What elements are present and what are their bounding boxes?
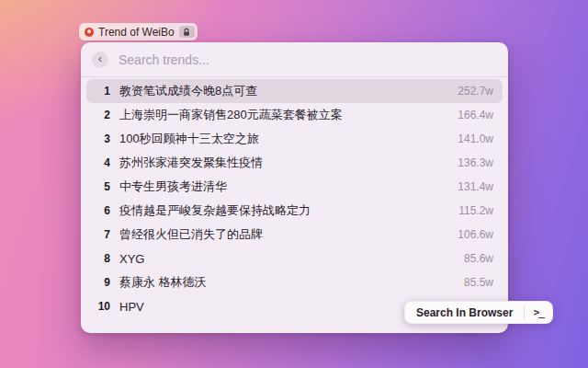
trend-views: 115.2w <box>458 204 493 217</box>
trend-row[interactable]: 6 疫情越是严峻复杂越要保持战略定力 115.2w <box>86 199 503 223</box>
trend-row[interactable]: 5 中专生男孩考进清华 131.4w <box>86 175 503 199</box>
trend-row[interactable]: 2 上海崇明一商家销售280元蔬菜套餐被立案 166.4w <box>86 103 503 127</box>
trend-views: 136.3w <box>458 156 493 169</box>
trend-title: 蔡康永 格林德沃 <box>119 274 207 291</box>
trend-rank: 2 <box>96 109 110 121</box>
chevron-left-icon: ‹ <box>98 52 102 64</box>
trend-rank: 8 <box>96 252 110 265</box>
trend-rank: 1 <box>96 85 110 98</box>
trend-title: 中专生男孩考进清华 <box>119 178 227 195</box>
trend-views: 141.0w <box>458 132 493 145</box>
search-bar: ‹ <box>81 42 508 77</box>
trend-rank: 4 <box>96 156 110 169</box>
trend-rank: 6 <box>96 204 110 217</box>
trend-rank: 3 <box>96 132 110 145</box>
trend-title: 上海崇明一商家销售280元蔬菜套餐被立案 <box>119 107 343 123</box>
trend-row[interactable]: 1 教资笔试成绩今晚8点可查 252.7w <box>86 79 503 103</box>
trend-views: 106.6w <box>458 228 493 241</box>
trend-list: 1 教资笔试成绩今晚8点可查 252.7w 2 上海崇明一商家销售280元蔬菜套… <box>81 77 508 318</box>
window-title-tag: Trend of WeiBo <box>79 23 198 40</box>
trend-rank: 10 <box>96 300 110 313</box>
trend-row[interactable]: 8 XYG 85.6w <box>86 247 503 270</box>
trend-views: 252.7w <box>458 85 493 98</box>
back-button[interactable]: ‹ <box>92 52 108 68</box>
trend-title: 100秒回顾神十三太空之旅 <box>119 131 259 147</box>
trends-panel: ‹ 1 教资笔试成绩今晚8点可查 252.7w 2 上海崇明一商家销售280元蔬… <box>81 42 508 333</box>
weibo-dot-icon <box>85 28 94 37</box>
trend-title: HPV <box>119 300 144 314</box>
trend-row[interactable]: 7 曾经很火但已消失了的品牌 106.6w <box>86 223 503 247</box>
search-in-browser-button[interactable]: Search In Browser >_ <box>404 301 553 324</box>
trend-views: 166.4w <box>458 109 493 121</box>
trend-title: XYG <box>119 252 144 266</box>
trend-title: 曾经很火但已消失了的品牌 <box>119 226 263 243</box>
trend-row[interactable]: 3 100秒回顾神十三太空之旅 141.0w <box>86 127 503 151</box>
trend-title: 苏州张家港突发聚集性疫情 <box>119 155 263 171</box>
trend-row[interactable]: 9 蔡康永 格林德沃 85.5w <box>86 270 503 294</box>
trend-views: 85.5w <box>464 276 493 289</box>
trend-rank: 5 <box>96 180 110 193</box>
trend-views: 85.6w <box>464 252 493 265</box>
lock-icon <box>179 26 195 38</box>
window-title: Trend of WeiBo <box>98 26 175 39</box>
trend-views: 131.4w <box>458 180 493 193</box>
search-in-browser-label: Search In Browser <box>405 306 524 319</box>
terminal-icon: >_ <box>525 306 552 318</box>
trend-rank: 7 <box>96 228 110 241</box>
trend-rank: 9 <box>96 276 110 289</box>
search-input[interactable] <box>119 52 497 67</box>
trend-title: 疫情越是严峻复杂越要保持战略定力 <box>119 202 311 219</box>
trend-row[interactable]: 4 苏州张家港突发聚集性疫情 136.3w <box>86 151 503 175</box>
trend-title: 教资笔试成绩今晚8点可查 <box>119 83 257 99</box>
